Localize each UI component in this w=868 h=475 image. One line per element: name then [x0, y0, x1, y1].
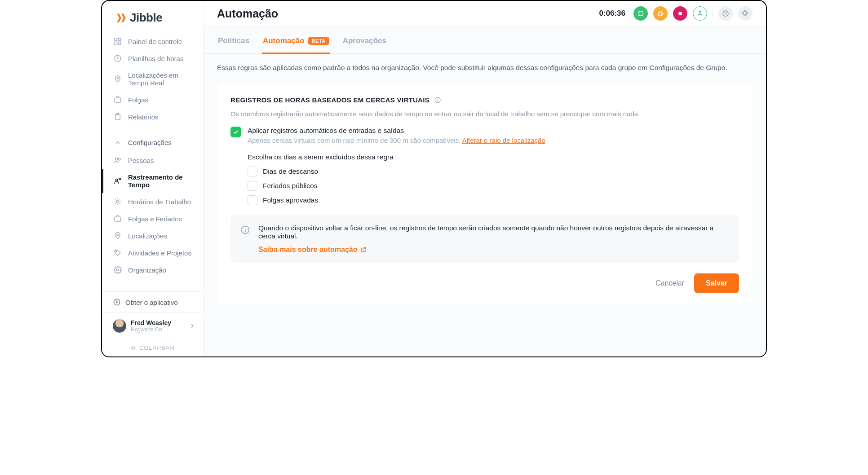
apply-auto-checkbox[interactable]	[230, 127, 241, 137]
who-is-in-button[interactable]	[693, 6, 707, 21]
sidebar-item-label: Pessoas	[128, 157, 154, 164]
chevron-left-double-icon	[130, 345, 137, 351]
apply-auto-row: Aplicar registros automáticos de entrada…	[230, 127, 739, 144]
sidebar-item-time-off[interactable]: Folgas	[102, 91, 202, 108]
break-button[interactable]	[653, 6, 668, 21]
tab-label: Aprovações	[343, 36, 386, 45]
chevron-right-icon	[189, 322, 196, 330]
sidebar-item-reports[interactable]: Relatórios	[102, 108, 202, 125]
chevron-up-icon	[113, 139, 123, 146]
geofence-section-card: REGISTROS DE HORAS BASEADOS EM CERCAS VI…	[217, 84, 753, 305]
topbar-right: 0:06:36	[599, 6, 753, 21]
sidebar-item-label: Painel de controle	[128, 38, 182, 45]
sidebar-item-label: Folgas	[128, 96, 148, 104]
avatar	[113, 319, 126, 333]
exclude-option-label: Dias de descanso	[263, 167, 318, 176]
integrations-button[interactable]	[738, 6, 753, 21]
sidebar-item-people[interactable]: Pessoas	[102, 152, 202, 169]
briefcase-icon	[113, 96, 123, 104]
apply-auto-label: Aplicar registros automáticos de entrada…	[248, 127, 739, 135]
user-org: Hogwarts Co	[131, 326, 184, 333]
tab-approvals[interactable]: Aprovações	[342, 33, 387, 53]
svg-rect-19	[679, 12, 682, 15]
timer: 0:06:36	[599, 9, 625, 18]
sidebar-item-live-locations[interactable]: Localizações em Tempo Real	[102, 67, 202, 91]
sidebar-item-label: Atividades e Projetos	[128, 249, 191, 257]
svg-rect-2	[115, 42, 117, 44]
sidebar-item-work-schedules[interactable]: Horários de Trabalho	[102, 193, 202, 210]
exclude-holidays-checkbox[interactable]	[248, 181, 257, 191]
page-title: Automação	[217, 7, 278, 20]
beta-badge: BETA	[308, 37, 329, 45]
page-description: Essas regras são aplicadas como padrão a…	[217, 64, 753, 72]
svg-point-16	[116, 251, 117, 252]
exclude-rest-checkbox[interactable]	[248, 167, 257, 176]
exclude-option-holidays: Feriados públicos	[248, 181, 739, 191]
learn-more-link[interactable]: Saiba mais sobre automação	[258, 246, 367, 254]
exclude-option-approved-leave: Folgas aprovadas	[248, 195, 739, 205]
brand-name: Jibble	[130, 11, 162, 25]
help-button[interactable]	[718, 6, 733, 21]
pin-icon	[113, 232, 123, 240]
svg-point-11	[116, 179, 118, 181]
exclude-option-rest-days: Dias de descanso	[248, 167, 739, 176]
tab-policies[interactable]: Políticas	[217, 33, 250, 53]
sidebar-item-label: Rastreamento de Tempo	[128, 173, 196, 189]
sidebar-item-label: Planilhas de horas	[128, 55, 183, 62]
external-link-icon	[360, 246, 367, 253]
svg-point-13	[116, 200, 119, 203]
tab-label: Automação	[263, 36, 305, 45]
download-icon	[113, 298, 121, 306]
sidebar-item-label: Localizações	[128, 232, 167, 240]
user-menu[interactable]: Fred Weasley Hogwarts Co	[102, 312, 203, 339]
sidebar-item-label: Localizações em Tempo Real	[128, 71, 196, 87]
save-button[interactable]: Salvar	[694, 273, 739, 293]
dashboard-icon	[113, 37, 123, 45]
info-icon[interactable]	[434, 97, 441, 104]
clock-out-button[interactable]	[673, 6, 687, 21]
tabs: Políticas Automação BETA Aprovações	[204, 26, 766, 54]
divider	[713, 7, 713, 20]
main: Automação 0:06:36 Políticas Automação BE…	[204, 1, 766, 356]
exclude-title: Escolha os dias a serem excluídos dessa …	[248, 153, 739, 161]
exclude-leave-checkbox[interactable]	[248, 195, 257, 205]
sidebar: Jibble Painel de controle Planilhas de h…	[102, 1, 204, 356]
cancel-button[interactable]: Cancelar	[655, 279, 684, 287]
svg-point-15	[117, 234, 119, 236]
collapse-sidebar[interactable]: COLAPSAR	[102, 339, 203, 356]
sidebar-config-label: Configurações	[128, 139, 172, 146]
svg-point-5	[117, 77, 119, 79]
user-name: Fred Weasley	[131, 319, 184, 326]
collapse-label: COLAPSAR	[139, 344, 175, 351]
tab-automation[interactable]: Automação BETA	[262, 33, 330, 53]
puzzle-icon	[742, 10, 749, 17]
svg-point-10	[119, 158, 121, 161]
stop-icon	[677, 10, 683, 17]
schedule-icon	[113, 198, 123, 206]
sidebar-item-holidays[interactable]: Folgas e Feriados	[102, 210, 202, 227]
person-icon	[696, 10, 704, 17]
sidebar-item-dashboard[interactable]: Painel de controle	[102, 33, 202, 50]
sidebar-item-timesheets[interactable]: Planilhas de horas	[102, 50, 202, 67]
sidebar-item-locations[interactable]: Localizações	[102, 227, 202, 244]
sidebar-item-time-tracking[interactable]: Rastreamento de Tempo	[102, 169, 202, 193]
change-radius-link[interactable]: Alterar o raio de localização	[462, 136, 545, 144]
svg-point-12	[119, 178, 121, 180]
sidebar-item-activities[interactable]: Atividades e Projetos	[102, 244, 202, 261]
get-app-link[interactable]: Obter o aplicativo	[102, 291, 203, 312]
sync-icon	[637, 10, 644, 17]
content: Essas regras são aplicadas como padrão a…	[204, 54, 766, 318]
sidebar-item-org[interactable]: Organização	[102, 261, 202, 278]
svg-rect-3	[119, 42, 121, 44]
info-body: Quando o dispositivo voltar a ficar on-l…	[258, 224, 729, 254]
nav: Painel de controle Planilhas de horas Lo…	[102, 33, 203, 291]
sidebar-item-label: Organização	[128, 266, 166, 274]
pin-icon	[113, 75, 123, 83]
sidebar-config-toggle[interactable]: Configurações	[102, 133, 202, 152]
help-icon	[722, 10, 729, 17]
clock-in-button[interactable]	[633, 6, 648, 21]
coffee-icon	[657, 10, 664, 17]
svg-point-17	[117, 269, 119, 271]
briefcase-icon	[113, 215, 123, 223]
clipboard-icon	[113, 113, 123, 121]
